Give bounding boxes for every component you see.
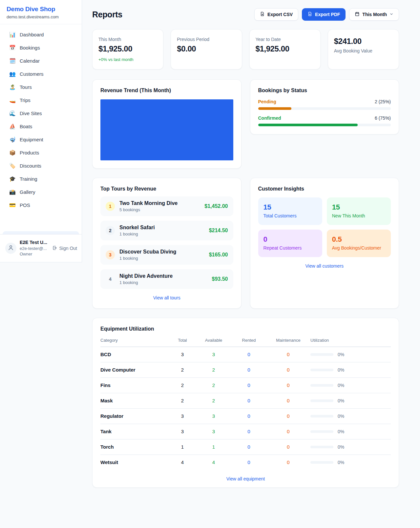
sidebar-item-tours[interactable]: 🏝️Tours [3, 81, 79, 93]
equipment-maintenance: 0 [266, 367, 310, 373]
equipment-category: Tank [100, 429, 169, 434]
equipment-rented: 0 [232, 413, 266, 419]
equipment-column-header: Category [100, 338, 169, 343]
tour-bookings: 1 booking [119, 256, 204, 261]
equipment-utilization-title: Equipment Utilization [100, 326, 391, 332]
sidebar-item-boats[interactable]: ⛵Boats [3, 120, 79, 133]
equipment-column-header: Total [169, 338, 196, 343]
insight-label: Total Customers [263, 213, 317, 218]
sidebar-item-discounts[interactable]: 🏷️Discounts [3, 159, 79, 172]
user-footer: E2E Test U... e2e-tester@... Owner Sign … [0, 234, 82, 262]
equipment-utilization-cell: 0% [310, 444, 391, 450]
tour-list-item: 2Snorkel Safari1 booking$214.50 [100, 221, 233, 240]
sidebar-item-equipment[interactable]: 🤿Equipment [3, 133, 79, 146]
equipment-column-header: Available [196, 338, 232, 343]
utilization-track [310, 353, 333, 356]
sidebar-item-dive-sites[interactable]: 🌊Dive Sites [3, 107, 79, 120]
sidebar-item-pos[interactable]: 💳POS [3, 199, 79, 212]
user-name: E2E Test U... [20, 239, 49, 246]
bookings-by-status-card: Bookings by Status Pending2 (25%)Confirm… [250, 79, 399, 134]
tour-list-item: 4Night Dive Adventure1 booking$93.50 [100, 269, 233, 289]
equipment-maintenance: 0 [266, 444, 310, 450]
equipment-maintenance: 0 [266, 429, 310, 434]
equipment-maintenance: 0 [266, 398, 310, 403]
equipment-maintenance: 0 [266, 352, 310, 357]
credit-card-icon: 💳 [9, 202, 16, 208]
stats-grid: This Month$1,925.00+0% vs last monthPrev… [92, 29, 399, 70]
tour-info: Two Tank Morning Dive5 bookings [119, 200, 200, 212]
tour-revenue: $93.50 [212, 276, 228, 282]
nav-active-item-partial[interactable] [3, 231, 79, 234]
tour-revenue: $214.50 [209, 228, 228, 234]
calendar-date-icon: 📅 [9, 45, 16, 51]
camera-icon: 📸 [9, 189, 16, 195]
sidebar-item-label: Tours [20, 84, 32, 90]
tour-info: Night Dive Adventure1 booking [119, 273, 207, 285]
utilization-track [310, 461, 333, 464]
sidebar-item-calendar[interactable]: 🗓️Calendar [3, 54, 79, 67]
sidebar-item-customers[interactable]: 👥Customers [3, 68, 79, 80]
revenue-trend-card: Revenue Trend (This Month) [92, 79, 242, 169]
status-head: Pending2 (25%) [258, 99, 391, 104]
equipment-total: 3 [169, 413, 196, 419]
tour-list-item: 1Two Tank Morning Dive5 bookings$1,452.0… [100, 196, 233, 216]
equipment-category: Torch [100, 444, 169, 450]
sidebar-item-products[interactable]: 📦Products [3, 146, 79, 159]
equipment-column-header: Rented [232, 338, 266, 343]
equipment-available: 1 [196, 444, 232, 450]
equipment-available: 4 [196, 459, 232, 465]
insights-grid: 15Total Customers15New This Month0Repeat… [258, 197, 391, 257]
tour-name: Night Dive Adventure [119, 273, 207, 279]
stat-label: Previous Period [177, 37, 236, 42]
user-meta: E2E Test U... e2e-tester@... Owner [20, 239, 49, 257]
tour-list-item: 3Discover Scuba Diving1 booking$165.00 [100, 245, 233, 265]
tour-revenue: $165.00 [209, 252, 228, 258]
sidebar-item-gallery[interactable]: 📸Gallery [3, 186, 79, 198]
tour-revenue: $1,452.00 [204, 203, 228, 209]
equipment-table-row: Tank33000% [100, 424, 391, 439]
sidebar-item-label: Bookings [20, 45, 40, 51]
equipment-column-header: Maintenance [266, 338, 310, 343]
sidebar-item-label: Training [20, 176, 37, 182]
revenue-trend-chart [100, 99, 233, 160]
export-csv-button[interactable]: Export CSV [254, 8, 298, 21]
progress-fill [258, 107, 291, 110]
stat-label: Year to Date [256, 37, 314, 42]
export-pdf-button[interactable]: Export PDF [302, 8, 346, 21]
sign-out-button[interactable]: Sign Out [52, 245, 77, 252]
sidebar-item-training[interactable]: 🎓Training [3, 173, 79, 185]
utilization-percent: 0% [338, 414, 344, 419]
wave-icon: 🌊 [9, 110, 16, 116]
tour-bookings: 1 booking [119, 280, 207, 285]
file-download-icon [260, 11, 265, 17]
stat-value: $0.00 [177, 44, 236, 53]
sidebar-item-label: Products [20, 150, 39, 155]
export-pdf-label: Export PDF [315, 12, 340, 17]
view-all-tours-link[interactable]: View all tours [100, 295, 233, 300]
insight-box: 15New This Month [327, 197, 391, 225]
view-all-equipment-link[interactable]: View all equipment [100, 476, 391, 481]
equipment-utilization-cell: 0% [310, 367, 391, 373]
insight-box: 0Repeat Customers [258, 230, 322, 257]
equipment-category: Wetsuit [100, 459, 169, 465]
sidebar-item-trips[interactable]: 🚤Trips [3, 94, 79, 107]
tour-bookings: 1 booking [119, 232, 204, 236]
period-dropdown[interactable]: This Month [349, 8, 399, 21]
utilization-track [310, 369, 333, 371]
equipment-available: 3 [196, 352, 232, 357]
insight-value: 15 [332, 203, 386, 212]
graduation-cap-icon: 🎓 [9, 176, 16, 182]
stat-card: Previous Period$0.00 [171, 29, 242, 70]
stat-card: $241.00Avg Booking Value [328, 29, 399, 70]
sidebar-item-bookings[interactable]: 📅Bookings [3, 41, 79, 54]
utilization-percent: 0% [338, 429, 344, 434]
brand-name[interactable]: Demo Dive Shop [7, 6, 75, 13]
equipment-table-row: BCD33000% [100, 347, 391, 362]
avatar [5, 243, 16, 254]
sidebar-item-dashboard[interactable]: 📊Dashboard [3, 28, 79, 41]
sidebar-item-label: POS [20, 202, 30, 208]
view-all-customers-link[interactable]: View all customers [258, 263, 391, 269]
equipment-utilization-cell: 0% [310, 460, 391, 465]
sidebar-item-label: Calendar [20, 58, 40, 64]
insight-value: 15 [263, 203, 317, 212]
